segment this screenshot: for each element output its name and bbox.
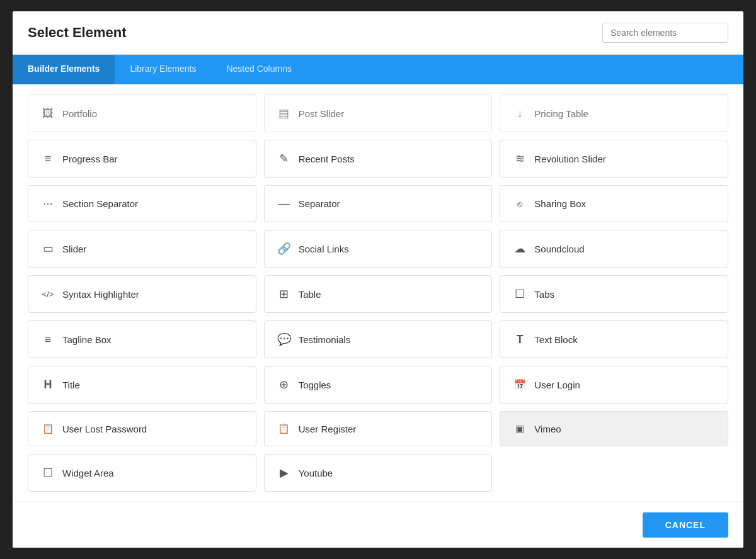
element-card-toggles[interactable]: ⊕ Toggles	[264, 366, 493, 404]
recent-posts-icon: ✎	[277, 152, 291, 166]
syntax-highlighter-icon: </>	[41, 290, 55, 299]
element-label-table: Table	[299, 289, 321, 300]
element-card-title[interactable]: H Title	[28, 366, 256, 404]
element-label-syntax-highlighter: Syntax Highlighter	[62, 289, 139, 300]
element-label-text-block: Text Block	[534, 334, 577, 345]
tabs-icon: ☐	[513, 287, 527, 301]
element-label-section-separator: Section Separator	[62, 198, 138, 209]
section-separator-icon: ···	[41, 197, 55, 210]
tab-nested-columns[interactable]: Nested Columns	[211, 55, 307, 84]
element-label-user-register: User Register	[299, 424, 357, 434]
element-card-youtube[interactable]: ▶ Youtube	[264, 454, 493, 492]
element-card-user-lost-password[interactable]: 📋 User Lost Password	[28, 411, 256, 446]
soundcloud-icon: ☁	[513, 242, 527, 256]
element-card-revolution-slider[interactable]: ≋ Revolution Slider	[500, 140, 728, 178]
modal-title: Select Element	[28, 25, 127, 41]
element-card-sharing-box[interactable]: ⎋ Sharing Box	[500, 185, 728, 222]
modal-header: Select Element	[13, 11, 743, 55]
tab-library-elements[interactable]: Library Elements	[115, 55, 211, 84]
element-label-widget-area: Widget Area	[62, 468, 114, 478]
element-label-social-links: Social Links	[299, 244, 349, 254]
element-label-tagline-box: Tagline Box	[62, 334, 112, 345]
revolution-slider-icon: ≋	[513, 152, 527, 166]
element-card-social-links[interactable]: 🔗 Social Links	[264, 230, 493, 268]
element-label-revolution-slider: Revolution Slider	[534, 154, 605, 164]
user-lost-password-icon: 📋	[41, 423, 55, 434]
element-card-vimeo[interactable]: ▣ Vimeo	[500, 411, 728, 446]
element-label-tabs: Tabs	[534, 289, 554, 300]
element-label-pricing-table: Pricing Table	[534, 108, 588, 119]
element-card-text-block[interactable]: T Text Block	[500, 320, 728, 358]
youtube-icon: ▶	[277, 466, 291, 480]
element-card-testimonials[interactable]: 💬 Testimonials	[264, 320, 493, 358]
element-card-soundcloud[interactable]: ☁ Soundcloud	[500, 230, 728, 268]
tabs-bar: Builder Elements Library Elements Nested…	[13, 55, 743, 84]
element-label-user-login: User Login	[534, 380, 580, 390]
modal-footer: CANCEL	[13, 502, 743, 548]
element-card-recent-posts[interactable]: ✎ Recent Posts	[264, 140, 493, 178]
cancel-button[interactable]: CANCEL	[643, 512, 728, 538]
element-card-user-register[interactable]: 📋 User Register	[264, 411, 493, 446]
modal-overlay: Select Element Builder Elements Library …	[0, 0, 756, 559]
element-label-soundcloud: Soundcloud	[534, 244, 584, 254]
separator-icon: —	[277, 197, 291, 210]
tab-builder-elements[interactable]: Builder Elements	[13, 55, 115, 84]
element-label-user-lost-password: User Lost Password	[62, 424, 147, 434]
element-card-section-separator[interactable]: ··· Section Separator	[28, 185, 256, 222]
table-icon: ⊞	[277, 287, 291, 301]
element-label-recent-posts: Recent Posts	[299, 154, 355, 164]
search-input[interactable]	[602, 23, 728, 43]
tagline-box-icon: ≡	[41, 333, 55, 346]
element-label-progress-bar: Progress Bar	[62, 154, 118, 164]
element-card-portfolio[interactable]: 🖼 Portfolio	[28, 94, 256, 132]
vimeo-icon: ▣	[513, 423, 527, 434]
select-element-modal: Select Element Builder Elements Library …	[13, 11, 743, 548]
toggles-icon: ⊕	[277, 378, 291, 392]
element-card-post-slider[interactable]: ▤ Post Slider	[264, 94, 493, 132]
user-register-icon: 📋	[277, 423, 291, 434]
element-card-tabs[interactable]: ☐ Tabs	[500, 275, 728, 313]
element-label-sharing-box: Sharing Box	[534, 198, 586, 209]
element-label-vimeo: Vimeo	[534, 424, 561, 434]
element-label-post-slider: Post Slider	[299, 108, 345, 119]
user-login-icon: 📅	[513, 379, 527, 390]
testimonials-icon: 💬	[277, 332, 291, 346]
element-card-syntax-highlighter[interactable]: </> Syntax Highlighter	[28, 275, 256, 313]
element-card-slider[interactable]: ▭ Slider	[28, 230, 256, 268]
element-card-pricing-table[interactable]: ↓ Pricing Table	[500, 94, 728, 132]
post-slider-icon: ▤	[277, 106, 291, 120]
element-label-toggles: Toggles	[299, 380, 331, 390]
widget-area-icon: ☐	[41, 466, 55, 480]
partial-row: 🖼 Portfolio ▤ Post Slider ↓ Pricing Tabl…	[28, 94, 728, 132]
element-card-table[interactable]: ⊞ Table	[264, 275, 493, 313]
title-icon: H	[41, 378, 55, 392]
pricing-table-icon: ↓	[513, 107, 527, 120]
element-label-separator: Separator	[299, 198, 340, 209]
element-label-testimonials: Testimonials	[299, 334, 351, 345]
element-label-slider: Slider	[62, 244, 86, 254]
portfolio-icon: 🖼	[41, 107, 55, 120]
modal-body: 🖼 Portfolio ▤ Post Slider ↓ Pricing Tabl…	[13, 84, 743, 502]
element-label-portfolio: Portfolio	[62, 108, 97, 119]
sharing-box-icon: ⎋	[513, 199, 527, 209]
element-label-title: Title	[62, 380, 80, 390]
element-card-tagline-box[interactable]: ≡ Tagline Box	[28, 320, 256, 358]
element-label-youtube: Youtube	[299, 468, 333, 478]
progress-bar-icon: ≡	[41, 152, 55, 166]
element-card-widget-area[interactable]: ☐ Widget Area	[28, 454, 256, 492]
element-card-user-login[interactable]: 📅 User Login	[500, 366, 728, 404]
slider-icon: ▭	[41, 242, 55, 256]
social-links-icon: 🔗	[277, 242, 291, 256]
text-block-icon: T	[513, 333, 527, 346]
element-card-separator[interactable]: — Separator	[264, 185, 493, 222]
element-card-progress-bar[interactable]: ≡ Progress Bar	[28, 140, 256, 178]
elements-grid: ≡ Progress Bar ✎ Recent Posts ≋ Revoluti…	[28, 140, 728, 492]
